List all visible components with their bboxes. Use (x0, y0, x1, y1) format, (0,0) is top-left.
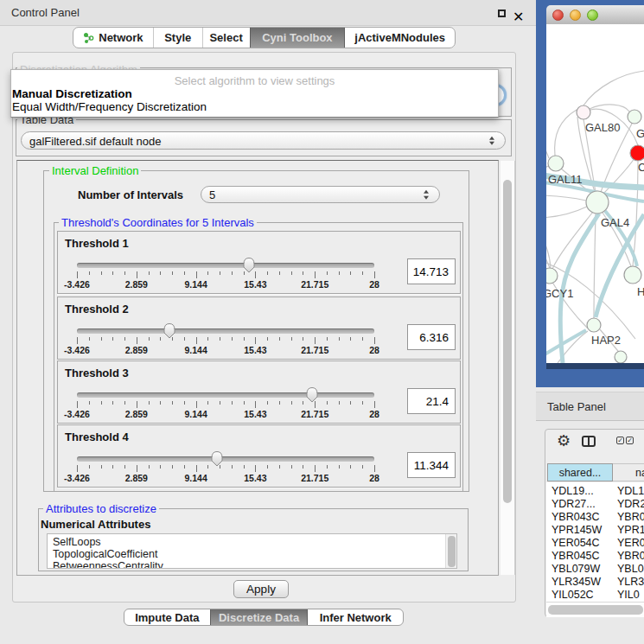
table-row[interactable]: YDL19...YDL1 (546, 484, 644, 497)
slider-thumb[interactable] (210, 450, 224, 467)
node-gcy1[interactable] (546, 268, 558, 284)
number-of-intervals-spinner[interactable]: 5 (201, 186, 440, 203)
cell-shared-name: YDL19... (552, 485, 594, 497)
node-bottom[interactable] (615, 351, 627, 363)
slider-thumb[interactable] (163, 322, 176, 339)
slider-tick (291, 337, 292, 341)
cell-name: YER0 (617, 537, 644, 549)
list-scrollbar-thumb[interactable] (448, 536, 456, 567)
cell-name: YBR0 (617, 550, 644, 562)
column-header-name[interactable]: name (613, 463, 644, 481)
network-edge[interactable] (546, 166, 548, 173)
table-row[interactable]: YPR145WYPR1 (546, 523, 644, 536)
table-row[interactable]: YBR043CYBR0 (546, 510, 644, 523)
table-data-combobox[interactable]: galFiltered.sif default node (21, 131, 506, 150)
network-edge[interactable] (633, 162, 638, 266)
gear-icon[interactable]: ⚙ (557, 431, 571, 450)
network-edge[interactable] (555, 110, 577, 156)
network-canvas-shadow (546, 363, 644, 369)
split-view-icon[interactable] (582, 436, 596, 447)
slider-track[interactable] (77, 392, 374, 398)
network-window-titlebar[interactable] (546, 5, 644, 24)
threshold-value-field[interactable]: 14.713 (407, 258, 456, 284)
slider-tick (207, 271, 208, 275)
slider-tick (77, 337, 78, 344)
node-gal11[interactable] (548, 156, 564, 171)
node-ha[interactable] (624, 266, 641, 284)
network-edge[interactable] (594, 214, 596, 318)
popup-item-manual-discretization[interactable]: Manual Discretization (12, 87, 132, 100)
network-edge[interactable] (597, 124, 632, 202)
network-edge[interactable] (546, 207, 587, 218)
tab-cyni-toolbox[interactable]: Cyni Toolbox (250, 28, 346, 48)
slider-track[interactable] (77, 263, 374, 268)
slider-thumb[interactable] (305, 386, 319, 403)
threshold-value-field[interactable]: 6.316 (407, 324, 456, 350)
tab-infer-network[interactable]: Infer Network (308, 609, 403, 625)
slider-track[interactable] (77, 456, 374, 462)
node-gal4[interactable] (586, 191, 609, 214)
network-canvas[interactable]: GAL80GACGAL11GAL4GCY1HAHAP2 (546, 24, 644, 363)
network-edge[interactable] (546, 195, 586, 201)
node-red[interactable] (630, 145, 644, 161)
table-row[interactable]: YBL079WYBL0 (546, 562, 644, 575)
minimize-traffic-light[interactable] (570, 10, 581, 21)
close-window-button[interactable]: ✕ (513, 9, 522, 18)
network-edge[interactable] (546, 134, 549, 158)
table-hscrollbar[interactable] (546, 602, 644, 617)
close-traffic-light[interactable] (552, 10, 564, 21)
panel-scrollbar[interactable] (501, 161, 515, 575)
node-gal[interactable] (628, 110, 641, 124)
attribute-list-item[interactable]: BetweennessCentrality (53, 560, 163, 569)
panel-scrollbar-thumb[interactable] (503, 180, 512, 503)
column-header-shared-name[interactable]: shared... (547, 463, 613, 481)
table-row[interactable]: YDR27...YDR2 (546, 497, 644, 510)
node-gcy1-label: GCY1 (546, 287, 573, 300)
slider-tick (101, 401, 102, 405)
table-row[interactable]: YBR045CYBR0 (546, 549, 644, 562)
table-row[interactable]: YIL052CYIL0 (546, 588, 644, 601)
slider-thumb[interactable] (242, 257, 256, 273)
tab-discretize-data[interactable]: Discretize Data (210, 609, 309, 625)
tab-jactivemnodules[interactable]: jActiveMNodules (345, 28, 455, 48)
float-window-button[interactable] (498, 10, 506, 17)
node-hap2[interactable] (587, 318, 601, 332)
tab-network[interactable]: Network (73, 28, 154, 48)
table-row[interactable]: YLR345WYLR3 (546, 575, 644, 588)
slider-axis-label: -3.426 (56, 279, 98, 290)
slider-track[interactable] (77, 328, 374, 334)
tab-impute-data[interactable]: Impute Data (124, 609, 211, 625)
list-scrollbar[interactable] (445, 534, 456, 568)
network-edge[interactable] (583, 71, 644, 105)
network-edge[interactable] (600, 158, 634, 197)
table-hscrollbar-thumb[interactable] (548, 605, 643, 615)
slider-tick (291, 465, 292, 469)
slider-tick (327, 401, 328, 405)
threshold-value-field[interactable]: 11.344 (407, 452, 456, 478)
attribute-list-item[interactable]: SelfLoops (53, 536, 101, 548)
slider-tick (77, 401, 78, 408)
slider-tick (89, 271, 90, 275)
slider-tick (255, 465, 256, 472)
slider-axis-label: 9.144 (175, 345, 217, 355)
checkbox-icon[interactable]: ✓ (626, 437, 634, 444)
numerical-attributes-list[interactable]: SelfLoopsTopologicalCoefficientBetweenne… (47, 533, 457, 569)
zoom-traffic-light[interactable] (587, 10, 598, 21)
cell-name: YBR0 (617, 511, 644, 523)
network-edge[interactable] (590, 105, 629, 112)
slider-tick (124, 271, 125, 275)
slider-axis-label: 21.715 (294, 279, 335, 290)
node-gal80[interactable] (577, 105, 590, 119)
network-edge-thick[interactable] (546, 330, 586, 360)
tab-style[interactable]: Style (154, 28, 203, 48)
slider-tick (362, 465, 363, 469)
popup-item-equal-width[interactable]: Equal Width/Frequency Discretization (12, 100, 207, 113)
slider-tick (291, 401, 292, 405)
threshold-value-field[interactable]: 21.4 (407, 388, 456, 414)
slider-axis-label: 2.859 (116, 409, 157, 419)
attribute-list-item[interactable]: TopologicalCoefficient (53, 548, 157, 560)
checkbox-icon[interactable]: ✓ (616, 437, 624, 444)
tab-select[interactable]: Select (203, 28, 251, 48)
table-row[interactable]: YER054CYER0 (546, 536, 644, 549)
apply-button[interactable]: Apply (233, 580, 289, 598)
